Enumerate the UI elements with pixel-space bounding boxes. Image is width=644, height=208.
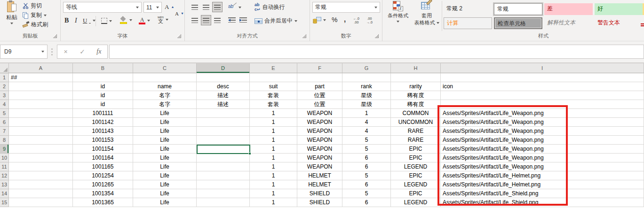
cell-H6[interactable]: UNCOMMON [391,118,441,127]
align-center-button[interactable] [201,15,211,25]
column-header-F[interactable]: F [297,63,342,73]
cell-D13[interactable] [197,180,250,189]
cell-A15[interactable] [9,198,73,207]
cell-E1[interactable] [250,73,297,82]
borders-button[interactable] [101,18,112,24]
cell-E11[interactable]: 1 [250,162,297,171]
wrap-text-button[interactable]: abc↵ 自动换行 [254,3,285,12]
cell-C13[interactable]: Life [133,180,197,189]
cell-C5[interactable]: Life [133,109,197,118]
cell-E9[interactable]: 1 [250,145,297,154]
cell-D8[interactable] [197,136,250,145]
row-header-3[interactable]: 3 [0,91,9,100]
align-right-button[interactable] [212,15,223,25]
row-header-4[interactable]: 4 [0,100,9,109]
cell-F11[interactable]: WEAPON [297,162,342,171]
cell-B14[interactable]: 1001354 [73,189,133,198]
font-size-combobox[interactable]: 11 [143,2,162,13]
cell-H9[interactable]: EPIC [391,145,441,154]
cell-I1[interactable] [441,73,644,82]
row-header-2[interactable]: 2 [0,82,9,91]
format-as-table-button[interactable]: 套用 表格格式 [412,1,441,32]
cell-A3[interactable] [9,91,73,100]
row-header-11[interactable]: 11 [0,162,9,171]
cell-C2[interactable]: name [133,82,197,91]
cell-G1[interactable] [342,73,391,82]
cell-B8[interactable]: 1001153 [73,136,133,145]
font-dialog-launcher-icon[interactable] [177,34,181,38]
cell-E14[interactable]: 1 [250,189,297,198]
cell-C15[interactable]: Life [133,198,197,207]
cell-I2[interactable]: icon [441,82,644,91]
cell-F15[interactable]: SHIELD [297,198,342,207]
decrease-decimal-button[interactable]: .00 →.0 [366,17,373,24]
cell-B11[interactable]: 1001165 [73,162,133,171]
cell-C12[interactable]: Life [133,171,197,180]
row-header-5[interactable]: 5 [0,109,9,118]
cell-H15[interactable]: LEGEND [391,198,441,207]
row-header-15[interactable]: 15 [0,198,9,207]
align-left-button[interactable] [190,15,200,25]
cell-G5[interactable]: 1 [342,109,391,118]
cell-G15[interactable]: 6 [342,198,391,207]
cell-B10[interactable]: 1001164 [73,154,133,162]
cut-button[interactable]: 剪切 [23,2,42,10]
cell-D1[interactable] [197,73,250,82]
cell-G11[interactable]: 6 [342,162,391,171]
cell-E13[interactable]: 1 [250,180,297,189]
cell-G8[interactable]: 5 [342,136,391,145]
cell-C7[interactable]: Life [133,127,197,136]
enter-button[interactable]: ✓ [74,48,90,55]
selected-cell-outline[interactable] [197,145,250,154]
format-painter-button[interactable]: 格式刷 [23,21,48,29]
fill-color-button[interactable] [120,16,132,24]
cell-A9[interactable] [9,145,73,154]
cell-B5[interactable]: 1001111 [73,109,133,118]
cell-style-explain[interactable]: 解释性文本 [544,17,593,29]
row-header-14[interactable]: 14 [0,189,9,198]
cell-D15[interactable] [197,198,250,207]
cell-H7[interactable]: RARE [391,127,441,136]
name-box[interactable]: D9 [0,45,48,59]
number-format-combobox[interactable]: 常规 [312,2,380,13]
middle-align-button[interactable] [201,2,211,12]
cell-A12[interactable] [9,171,73,180]
cell-G6[interactable]: 4 [342,118,391,127]
cell-E4[interactable]: 套装 [250,100,297,109]
cell-H13[interactable]: LEGEND [391,180,441,189]
cell-E2[interactable]: suit [250,82,297,91]
cell-C14[interactable]: Life [133,189,197,198]
cancel-button[interactable]: × [57,48,74,55]
column-header-C[interactable]: C [133,63,197,73]
cell-A8[interactable] [9,136,73,145]
cell-G7[interactable]: 4 [342,127,391,136]
cell-C3[interactable]: 名字 [133,91,197,100]
cell-C6[interactable]: Life [133,118,197,127]
cell-G12[interactable]: 5 [342,171,391,180]
cell-H1[interactable] [391,73,441,82]
cell-E12[interactable]: 1 [250,171,297,180]
cell-H5[interactable]: COMMON [391,109,441,118]
cell-G13[interactable]: 6 [342,180,391,189]
increase-decimal-button[interactable]: ←.0 .00 [353,17,359,24]
column-header-G[interactable]: G [342,63,391,73]
column-header-H[interactable]: H [391,63,441,73]
cell-E10[interactable]: 1 [250,154,297,162]
cell-E15[interactable]: 1 [250,198,297,207]
cell-H14[interactable]: EPIC [391,189,441,198]
cell-F13[interactable]: HELMET [297,180,342,189]
fill-handle[interactable] [248,152,251,155]
cell-G2[interactable]: rank [342,82,391,91]
copy-button[interactable]: 复制 [23,11,47,19]
cell-B7[interactable]: 1001143 [73,127,133,136]
cell-D12[interactable] [197,171,250,180]
percent-style-button[interactable]: % [332,16,337,23]
cell-F14[interactable]: SHIELD [297,189,342,198]
row-header-12[interactable]: 12 [0,171,9,180]
column-header-D[interactable]: D [197,63,250,73]
column-header-B[interactable]: B [73,63,133,73]
formula-bar-grip-icon[interactable] [51,48,53,50]
cell-C1[interactable] [133,73,197,82]
conditional-formatting-button[interactable]: ≠ 条件格式 [385,1,411,32]
cell-F10[interactable]: WEAPON [297,154,342,162]
